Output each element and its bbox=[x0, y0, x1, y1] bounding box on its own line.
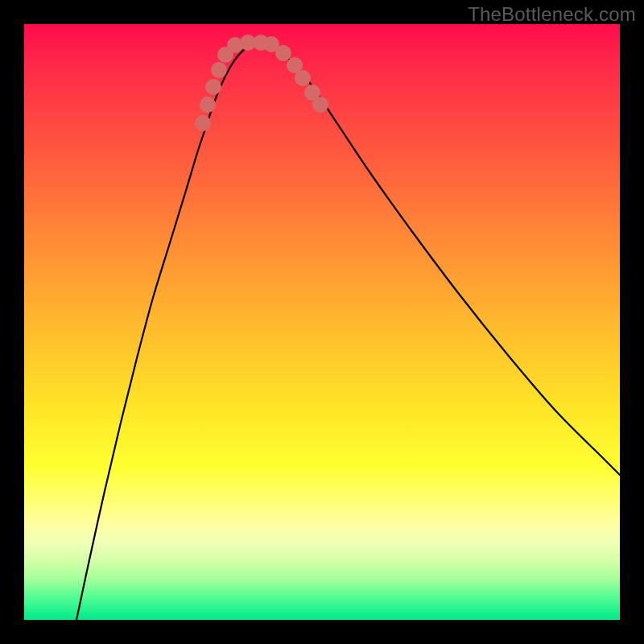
curve-marker bbox=[205, 79, 221, 95]
bottleneck-curve-svg bbox=[24, 24, 620, 620]
curve-marker bbox=[312, 97, 328, 113]
curve-group bbox=[76, 43, 620, 620]
curve-markers-group bbox=[195, 35, 328, 131]
curve-marker bbox=[200, 97, 216, 113]
chart-frame: TheBottleneck.com bbox=[0, 0, 644, 644]
bottleneck-curve-line bbox=[76, 43, 620, 620]
plot-area bbox=[24, 24, 620, 620]
curve-marker bbox=[195, 115, 211, 131]
curve-marker bbox=[211, 62, 227, 78]
curve-marker bbox=[275, 45, 291, 61]
curve-marker bbox=[295, 70, 311, 86]
watermark-text: TheBottleneck.com bbox=[468, 3, 636, 26]
